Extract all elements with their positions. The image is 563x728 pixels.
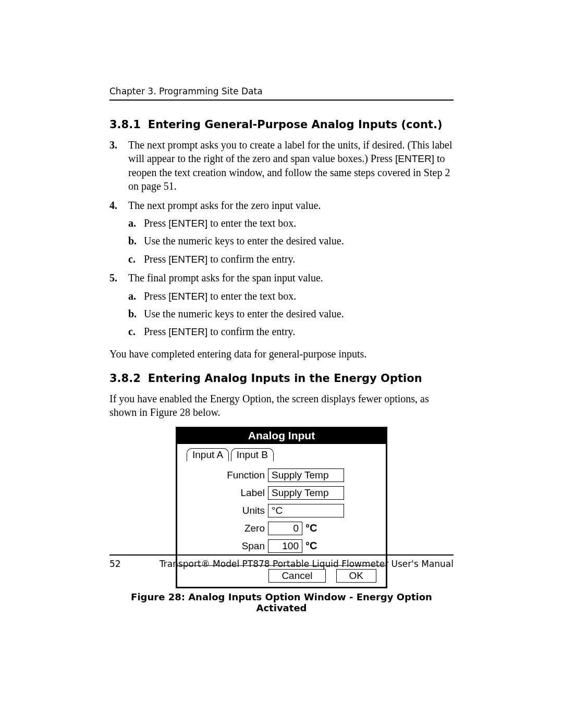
page-footer: 52 Transport® Model PT878 Portable Liqui… [109, 554, 454, 569]
step-3: 3. The next prompt asks you to create a … [109, 138, 454, 193]
step-4c-enter: [ENTER] [168, 254, 207, 265]
field-span[interactable]: 100 [268, 539, 302, 553]
step-4: 4. The next prompt asks for the zero inp… [109, 199, 454, 266]
step-5c-pre: Press [144, 326, 168, 337]
step-5b-text: Use the numeric keys to enter the desire… [144, 308, 344, 319]
step-4c: c. Press [ENTER] to confirm the entry. [128, 252, 454, 266]
field-units[interactable]: °C [268, 504, 344, 517]
suffix-zero: °C [305, 522, 317, 534]
closing-381: You have completed entering data for gen… [109, 347, 454, 361]
field-label[interactable]: Supply Temp [268, 486, 344, 500]
tab-input-b[interactable]: Input B [231, 448, 274, 461]
step-5a-number: a. [128, 289, 136, 303]
step-5a: a. Press [ENTER] to enter the text box. [128, 289, 454, 303]
running-header: Chapter 3. Programming Site Data [109, 86, 454, 101]
field-function[interactable]: Supply Temp [268, 468, 344, 482]
footer-text: Transport® Model PT878 Portable Liquid F… [160, 559, 454, 569]
step-4a-enter: [ENTER] [168, 218, 207, 229]
step-4-number: 4. [109, 199, 117, 212]
row-units: Units °C [187, 504, 376, 517]
row-span: Span 100 °C [187, 539, 376, 553]
tab-input-a[interactable]: Input A [187, 448, 229, 461]
step-4b-text: Use the numeric keys to enter the desire… [144, 235, 344, 246]
section-382-title: Entering Analog Inputs in the Energy Opt… [148, 372, 422, 385]
label-function: Function [187, 470, 268, 481]
label-units: Units [187, 505, 268, 516]
step-4a-number: a. [128, 216, 136, 230]
step-3-number: 3. [109, 138, 117, 152]
section-382-number: 3.8.2 [109, 372, 141, 385]
section-382-heading: 3.8.2Entering Analog Inputs in the Energ… [109, 372, 454, 385]
step-5b: b. Use the numeric keys to enter the des… [128, 307, 454, 320]
step-5-number: 5. [109, 271, 117, 285]
step-4b-number: b. [128, 234, 137, 248]
step-5a-post: to enter the text box. [207, 290, 296, 302]
step-3-enter: [ENTER] [395, 153, 434, 164]
step-5b-number: b. [128, 307, 137, 320]
step-5: 5. The final prompt asks for the span in… [109, 271, 454, 339]
section-381-number: 3.8.1 [109, 118, 141, 131]
analog-input-title: Analog Input [177, 428, 386, 444]
field-zero[interactable]: 0 [268, 522, 302, 535]
ok-button[interactable]: OK [336, 569, 376, 583]
section-381-heading: 3.8.1Entering General-Purpose Analog Inp… [109, 118, 454, 131]
label-zero: Zero [187, 523, 268, 534]
step-5a-enter: [ENTER] [168, 291, 207, 302]
step-4c-pre: Press [144, 253, 168, 265]
step-5a-pre: Press [144, 290, 168, 302]
step-4a: a. Press [ENTER] to enter the text box. [128, 216, 454, 230]
step-4-text: The next prompt asks for the zero input … [128, 200, 321, 211]
figure-28-caption: Figure 28: Analog Inputs Option Window -… [109, 591, 454, 613]
label-span: Span [187, 540, 268, 552]
step-4a-post: to enter the text box. [207, 217, 296, 229]
step-5c-enter: [ENTER] [168, 326, 207, 337]
step-4b: b. Use the numeric keys to enter the des… [128, 234, 454, 248]
intro-382: If you have enabled the Energy Option, t… [109, 392, 454, 419]
step-4a-pre: Press [144, 217, 168, 229]
page-number: 52 [109, 559, 121, 569]
step-4c-number: c. [128, 252, 136, 266]
cancel-button[interactable]: Cancel [268, 569, 325, 583]
row-zero: Zero 0 °C [187, 522, 376, 535]
section-381-title: Entering General-Purpose Analog Inputs (… [148, 118, 443, 131]
step-5c-post: to confirm the entry. [207, 326, 295, 337]
label-label: Label [187, 487, 268, 499]
step-5c: c. Press [ENTER] to confirm the entry. [128, 325, 454, 338]
row-function: Function Supply Temp [187, 468, 376, 482]
row-label: Label Supply Temp [187, 486, 376, 500]
suffix-span: °C [305, 540, 317, 552]
step-5c-number: c. [128, 325, 136, 338]
step-5-text: The final prompt asks for the span input… [128, 272, 323, 283]
step-4c-post: to confirm the entry. [207, 253, 295, 265]
